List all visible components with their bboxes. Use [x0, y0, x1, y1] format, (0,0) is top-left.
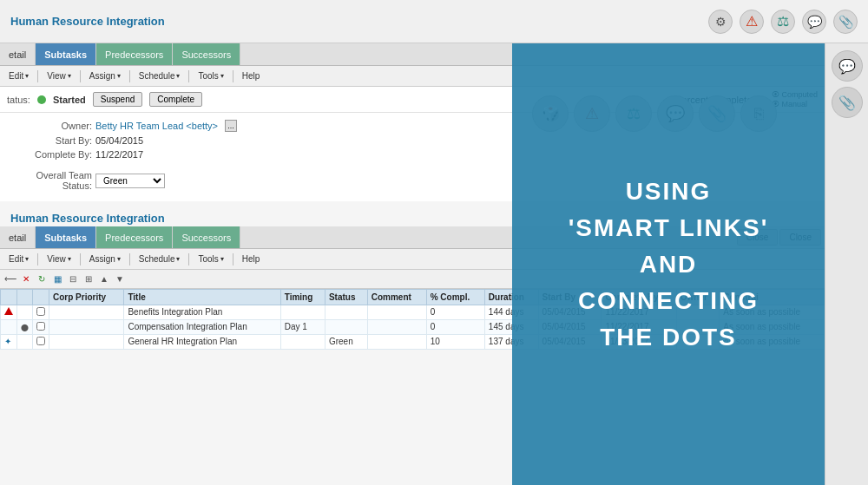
help-btn-2[interactable]: Help: [239, 253, 264, 265]
outdent-icon[interactable]: ⊞: [82, 272, 95, 286]
alert-icon[interactable]: ⚠: [740, 10, 764, 34]
move-down-icon[interactable]: ▼: [113, 272, 127, 286]
status-value: Started: [53, 95, 86, 105]
row1-status: [325, 305, 367, 320]
smart-links-text: USING 'SMART LINKS' AND CONNECTING THE D…: [551, 156, 786, 373]
sep3: [80, 253, 81, 265]
team-status-label: Overall Team Status:: [14, 170, 92, 191]
col-comment[interactable]: Comment: [367, 290, 426, 305]
row3-title: General HR Integration Plan: [124, 335, 280, 350]
sep: [80, 70, 81, 82]
row3-corp: [49, 335, 124, 350]
refresh-icon[interactable]: ↻: [35, 272, 49, 286]
complete-value: 11/22/2017: [95, 149, 143, 160]
sep: [188, 70, 189, 82]
tab-detail-1[interactable]: etail: [0, 43, 36, 65]
comment-icon[interactable]: 💬: [802, 10, 826, 34]
tab-predecessors-2[interactable]: Predecessors: [96, 226, 173, 248]
team-status-select[interactable]: Green Yellow Red: [95, 174, 165, 188]
col-corp-priority[interactable]: Corp Priority: [49, 290, 124, 305]
col-icons: [1, 290, 17, 305]
row2-icon2: ⬤: [17, 320, 33, 335]
col-status[interactable]: Status: [325, 290, 367, 305]
comment-sidebar-icon[interactable]: 💬: [832, 50, 863, 82]
delete-icon[interactable]: ✕: [19, 272, 33, 286]
col-flags: [17, 290, 33, 305]
sep5: [188, 253, 189, 265]
tools-btn-1[interactable]: Tools ▾: [194, 70, 227, 82]
clip-sidebar-icon[interactable]: 📎: [832, 87, 863, 118]
status-label: tatus:: [7, 95, 30, 105]
tools-btn-2[interactable]: Tools ▾: [194, 253, 227, 265]
owner-value: Betty HR Team Lead <betty>: [95, 121, 218, 131]
tab-subtasks-2[interactable]: Subtasks: [36, 226, 96, 248]
right-sidebar: 💬 📎: [825, 43, 868, 485]
assign-btn-1[interactable]: Assign ▾: [86, 70, 124, 82]
tab-predecessors-1[interactable]: Predecessors: [96, 43, 173, 65]
row1-icon1: [1, 305, 17, 320]
sep: [233, 70, 233, 82]
grid-icon[interactable]: ▦: [50, 272, 64, 286]
start-value: 05/04/2015: [95, 135, 143, 146]
edit-btn-2[interactable]: Edit ▾: [5, 253, 32, 265]
tab-detail-2[interactable]: etail: [0, 226, 36, 248]
complete-button[interactable]: Complete: [149, 92, 202, 107]
top-icon-bar: ⚙ ⚠ ⚖ 💬 📎: [708, 10, 858, 34]
row1-pct: 0: [426, 305, 484, 320]
tab-successors-1[interactable]: Successors: [173, 43, 240, 65]
row3-icon1: ✦: [1, 335, 17, 350]
view-btn-1[interactable]: View ▾: [43, 70, 75, 82]
row3-timing: [280, 335, 325, 350]
row2-check[interactable]: [33, 320, 49, 335]
row3-status: Green: [325, 335, 367, 350]
start-label: Start By:: [14, 135, 92, 146]
main-content: etail Subtasks Predecessors Successors E…: [0, 43, 868, 485]
assign-btn-2[interactable]: Assign ▾: [86, 253, 124, 265]
smart-line1: USING: [569, 174, 769, 210]
schedule-btn-1[interactable]: Schedule ▾: [135, 70, 184, 82]
row3-check[interactable]: [33, 335, 49, 350]
row2-status: [325, 320, 367, 335]
indent-icon[interactable]: ⊟: [66, 272, 80, 286]
complete-label: Complete By:: [14, 149, 92, 160]
nav-left-icon[interactable]: ⟵: [3, 272, 17, 286]
col-check: [33, 290, 49, 305]
row3-icon2: [17, 335, 33, 350]
row2-icon1: [1, 320, 17, 335]
owner-expand-btn[interactable]: ...: [225, 120, 237, 132]
row3-comment: [367, 335, 426, 350]
schedule-btn-2[interactable]: Schedule ▾: [135, 253, 184, 265]
row1-comment: [367, 305, 426, 320]
view-btn-2[interactable]: View ▾: [43, 253, 75, 265]
smart-line3: AND: [569, 246, 769, 283]
row2-comment: [367, 320, 426, 335]
sep: [129, 70, 130, 82]
top-header: Human Resource Integration ⚙ ⚠ ⚖ 💬 📎: [0, 0, 868, 43]
paperclip-icon[interactable]: 📎: [833, 10, 858, 34]
app-title: Human Resource Integration: [10, 15, 165, 28]
tab-successors-2[interactable]: Successors: [173, 226, 240, 248]
row3-pct: 10: [426, 335, 484, 350]
row2-timing: Day 1: [280, 320, 325, 335]
status-dot: [37, 95, 46, 104]
edit-btn-1[interactable]: Edit ▾: [5, 70, 32, 82]
row2-pct: 0: [426, 320, 484, 335]
sep: [37, 70, 38, 82]
smart-links-overlay: USING 'SMART LINKS' AND CONNECTING THE D…: [512, 43, 825, 485]
move-up-icon[interactable]: ▲: [97, 272, 111, 286]
col-pct[interactable]: % Compl.: [426, 290, 484, 305]
sep2: [37, 253, 38, 265]
row1-title: Benefits Integration Plan: [124, 305, 280, 320]
col-timing[interactable]: Timing: [280, 290, 325, 305]
help-btn-1[interactable]: Help: [239, 70, 264, 82]
suspend-button[interactable]: Suspend: [93, 92, 142, 107]
tab-subtasks-1[interactable]: Subtasks: [36, 43, 96, 65]
row2-corp: [49, 320, 124, 335]
row2-title: Compensation Integration Plan: [124, 320, 280, 335]
sep6: [233, 253, 233, 265]
gear-icon[interactable]: ⚙: [708, 10, 733, 34]
row1-check[interactable]: [33, 305, 49, 320]
scale-icon[interactable]: ⚖: [771, 10, 795, 34]
col-title[interactable]: Title: [124, 290, 280, 305]
smart-line4: CONNECTING: [569, 283, 769, 319]
